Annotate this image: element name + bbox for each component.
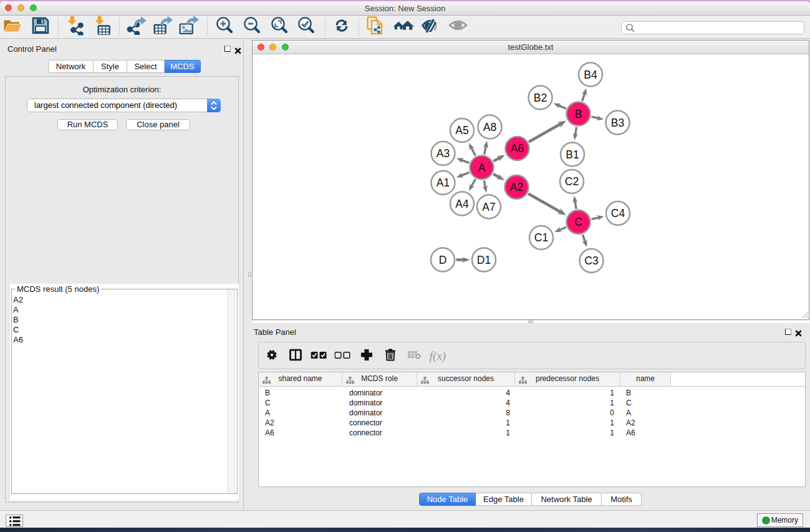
svg-text:B: B: [575, 108, 582, 120]
svg-text:C1: C1: [534, 231, 548, 244]
svg-text:A2: A2: [510, 181, 523, 193]
svg-text:A8: A8: [483, 121, 496, 133]
svg-text:A7: A7: [482, 201, 495, 213]
svg-text:A6: A6: [511, 142, 524, 155]
svg-text:A3: A3: [436, 147, 450, 160]
svg-text:C3: C3: [584, 254, 598, 267]
svg-text:D1: D1: [477, 254, 491, 266]
svg-text:B3: B3: [611, 117, 624, 129]
svg-text:B1: B1: [566, 148, 579, 161]
svg-text:A: A: [478, 162, 486, 174]
svg-text:A5: A5: [455, 124, 468, 137]
svg-text:B2: B2: [534, 92, 547, 104]
svg-text:C2: C2: [565, 175, 579, 188]
svg-text:D: D: [439, 254, 447, 266]
svg-text:C4: C4: [611, 207, 625, 220]
svg-text:A1: A1: [436, 177, 450, 189]
svg-text:C: C: [574, 216, 582, 228]
svg-text:A4: A4: [455, 198, 469, 210]
svg-text:B4: B4: [584, 69, 597, 81]
